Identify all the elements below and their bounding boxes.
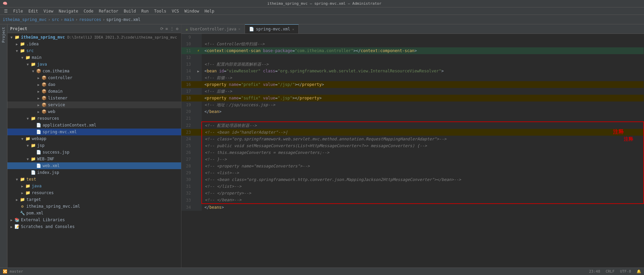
code-row-18: 18 <property name="suffix" value=".jsp">… (181, 95, 644, 101)
settings-icon[interactable]: ⚙ (176, 26, 178, 31)
arrow-idea: ▶ (14, 41, 20, 47)
tree-main[interactable]: ▼ 📁 main (7, 54, 181, 61)
comment-30: <!-- <bean class="org.springframework.ht… (205, 177, 461, 182)
label-spring-mvc: spring-mvc.xml (43, 130, 77, 134)
code-16: <property name="prefix" value="/jsp/"></… (204, 82, 324, 87)
menu-icon[interactable]: ☰ (1, 8, 10, 14)
status-bar: 🔀 master 23:48 CRLF UTF-8 🔔 (0, 268, 644, 275)
resources-icon: 📁 (30, 116, 36, 121)
line-sep-indicator[interactable]: CRLF (605, 269, 615, 274)
vertical-toolbar: Project (0, 24, 7, 268)
arrow-test-java: ▶ (20, 183, 25, 189)
label-domain: domain (48, 89, 63, 94)
tree-iml[interactable]: ▶ ⚙ itheima_spring_mvc.iml (7, 203, 181, 210)
tree-listener[interactable]: ▶ 📦 listener (7, 95, 181, 101)
tree-src[interactable]: ▼ 📁 src (7, 47, 181, 54)
collapse-icon[interactable]: ≡ (166, 26, 168, 31)
code-row-16: 16 <property name="prefix" value="/jsp/"… (181, 81, 644, 88)
window-title: itheima_spring_mvc – spring-mvc.xml – Ad… (7, 1, 641, 6)
tree-success-jsp[interactable]: ▶ 📄 success.jsp (7, 149, 181, 156)
idea-icon: 📁 (20, 41, 25, 47)
menu-tools[interactable]: Tools (151, 8, 169, 14)
breadcrumb-src[interactable]: src (52, 17, 59, 22)
arrow-ext: ▶ (9, 217, 14, 223)
tree-domain[interactable]: ▶ 📦 domain (7, 88, 181, 95)
arrow-java: ▼ (25, 62, 30, 67)
menu-view[interactable]: View (41, 8, 56, 14)
tab-user-controller-close[interactable]: ✕ (239, 27, 241, 31)
breadcrumb-main[interactable]: main (64, 17, 74, 22)
tree-controller[interactable]: ▶ 📦 controller (7, 74, 181, 81)
main-icon: 📁 (25, 55, 30, 60)
tree-idea[interactable]: ▶ 📁 .idea (7, 41, 181, 47)
label-ext: External Libraries (21, 217, 65, 222)
comment-17: <!-- 后缀--> (204, 89, 232, 94)
tree-resources[interactable]: ▼ 📁 resources (7, 115, 181, 122)
comment-28: <!-- <property name="messageConverters">… (205, 164, 310, 168)
arrow-domain: ▶ (36, 89, 41, 94)
tree-external-libs[interactable]: ▶ 📚 External Libraries (7, 216, 181, 223)
tree-test-resources[interactable]: ▶ 📁 resources (7, 189, 181, 196)
tree-index-jsp[interactable]: ▶ 📄 index.jsp (7, 169, 181, 176)
breadcrumb-project[interactable]: itheima_spring_mvc (3, 17, 47, 22)
tree-webapp[interactable]: ▼ 📁 webapp (7, 135, 181, 142)
tree-web-xml[interactable]: ▶ 📄 web.xml (7, 162, 181, 169)
menu-help[interactable]: Help (202, 8, 217, 14)
label-webinf: WEB-INF (37, 157, 54, 161)
menu-run[interactable]: Run (139, 8, 151, 14)
label-webapp: webapp (32, 136, 46, 141)
breadcrumb-resources[interactable]: resources (79, 17, 101, 22)
encoding-indicator[interactable]: UTF-8 (620, 269, 631, 274)
menu-refactor[interactable]: Refactor (96, 8, 121, 14)
label-java: java (37, 62, 47, 67)
tab-spring-mvc[interactable]: 📄 spring-mvc.xml ✕ (245, 24, 299, 33)
dots-icon[interactable]: ⋮ (170, 26, 174, 31)
label-dao: dao (48, 82, 55, 87)
menu-navigate[interactable]: Navigate (56, 8, 81, 14)
test-icon: 📁 (20, 177, 25, 182)
tree-root[interactable]: ▼ 📁 itheima_spring_mvc D:\IntelliJ IDEA … (7, 34, 181, 41)
scratch-icon: 📝 (14, 224, 20, 229)
comment-25: <!-- public void setMessageConverters(Li… (205, 143, 427, 148)
code-11: <context:component-scan base-package="co… (204, 48, 417, 53)
tree-web[interactable]: ▶ 📦 web (7, 108, 181, 115)
tab-spring-mvc-close[interactable]: ✕ (292, 27, 294, 31)
web-icon: 📦 (41, 109, 47, 114)
code-row-11: 11 ⚡ <context:component-scan base-packag… (181, 47, 644, 54)
comment-31: <!-- </list>--> (205, 184, 241, 189)
code-row-30: 30 <!-- <bean class="org.springframework… (181, 176, 644, 183)
tree-java[interactable]: ▼ 📁 java (7, 61, 181, 68)
menu-window[interactable]: Window (182, 8, 202, 14)
tree-target[interactable]: ▶ 📁 target (7, 196, 181, 203)
tree-scratches[interactable]: ▶ 📝 Scratches and Consoles (7, 223, 181, 230)
label-web-xml: web.xml (43, 163, 60, 168)
label-web: web (48, 109, 55, 114)
menu-vcs[interactable]: VCS (169, 8, 182, 14)
code-row-13: 13 <!-- 配置内部资源视图解析器--> (181, 61, 644, 68)
code-row-23: 23 <!-- <bean id="handlerAdapter"-->| (181, 129, 644, 136)
tree-jsp-folder[interactable]: ▼ 📁 jsp (7, 142, 181, 149)
tree-pom[interactable]: ▶ 🔧 pom.xml (7, 210, 181, 216)
tab-user-controller[interactable]: ☕ UserController.java ✕ (181, 24, 245, 33)
tree-webinf[interactable]: ▼ 📁 WEB-INF (7, 156, 181, 162)
tree-test-java[interactable]: ▶ 📁 java (7, 183, 181, 189)
comment-29: <!-- <list>--> (205, 170, 239, 175)
arrow-webapp: ▼ (20, 136, 25, 141)
tree-dao[interactable]: ▶ 📦 dao (7, 81, 181, 88)
menu-edit[interactable]: Edit (26, 8, 41, 14)
menu-build[interactable]: Build (121, 8, 139, 14)
project-view-btn[interactable]: Project (1, 26, 6, 44)
tree-app-context[interactable]: ▶ 📄 applicationContext.xml (7, 122, 181, 129)
tree-test[interactable]: ▼ 📁 test (7, 176, 181, 183)
sync-icon[interactable]: ⟳ (160, 26, 164, 31)
label-resources: resources (37, 116, 59, 121)
breadcrumb-file[interactable]: spring-mvc.xml (106, 17, 141, 22)
tree-spring-mvc[interactable]: ▶ 📄 spring-mvc.xml (7, 129, 181, 135)
arrow-test: ▼ (14, 177, 20, 182)
position-indicator[interactable]: 23:48 (589, 269, 600, 274)
menu-file[interactable]: File (10, 8, 26, 14)
menu-code[interactable]: Code (81, 8, 96, 14)
tree-service[interactable]: ▶ 📦 service (7, 101, 181, 108)
breadcrumb: itheima_spring_mvc › src › main › resour… (3, 17, 141, 22)
tree-com-itheima[interactable]: ▼ 📦 com.itheima (7, 68, 181, 74)
